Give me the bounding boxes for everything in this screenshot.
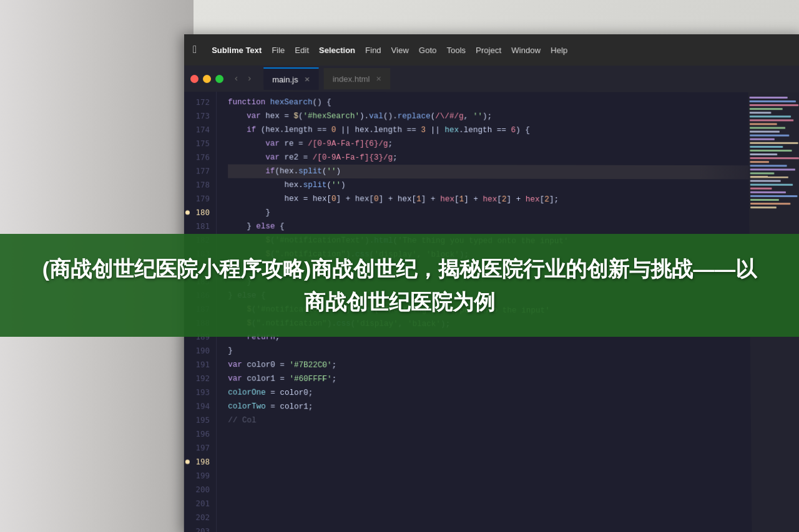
line-num-172: 172 [184, 95, 216, 109]
mm-line-29 [750, 203, 790, 205]
line-num-176: 176 [184, 150, 216, 164]
dot-198 [185, 460, 190, 464]
menu-item-view[interactable]: View [391, 46, 409, 55]
line-num-181: 181 [184, 220, 216, 233]
mm-line-11 [750, 135, 789, 137]
line-num-199: 199 [184, 469, 216, 483]
line-num-191: 191 [184, 358, 216, 372]
line-num-192: 192 [184, 372, 216, 386]
line-num-190: 190 [184, 344, 216, 357]
code-line-187: } else { [228, 220, 749, 235]
mm-line-8 [750, 123, 777, 125]
menu-item-tools[interactable]: Tools [446, 46, 466, 55]
menu-bar:  Sublime Text File Edit Selection Find … [184, 34, 799, 65]
title-text: (商战创世纪医院小程序攻略)商战创世纪，揭秘医院行业的创新与挑战——以商战创世纪… [34, 253, 765, 318]
line-num-174: 174 [184, 123, 216, 137]
tab-index-html-label: index.html [333, 74, 370, 84]
mm-line-16 [750, 153, 777, 155]
line-num-196: 196 [184, 427, 216, 442]
line-num-193: 193 [184, 385, 216, 400]
mm-line-21 [750, 172, 775, 174]
line-num-200: 200 [184, 483, 216, 497]
code-line-178: var re2 = /[0-9A-Fa-f]{3}/g; [228, 150, 748, 165]
mm-line-23 [750, 180, 781, 182]
line-num-177: 177 [184, 164, 216, 178]
mm-line-13 [750, 142, 798, 144]
traffic-lights [190, 75, 223, 83]
nav-back-icon[interactable]: ‹ [233, 74, 239, 84]
line-num-202: 202 [184, 510, 216, 525]
menu-item-find[interactable]: Find [365, 46, 381, 55]
apple-logo-icon:  [193, 44, 199, 56]
traffic-light-close[interactable] [190, 75, 199, 83]
mm-line-25 [750, 188, 772, 190]
tab-index-html-close-icon[interactable]: ✕ [376, 75, 382, 83]
mm-line-10 [750, 131, 780, 133]
code-line-186: } [228, 206, 749, 221]
code-line-203: // Col [228, 414, 751, 430]
mm-line-5 [750, 112, 772, 114]
mm-line-7 [750, 119, 793, 121]
menu-item-file[interactable]: File [272, 46, 285, 55]
traffic-light-minimize[interactable] [203, 75, 211, 83]
line-num-201: 201 [184, 496, 216, 511]
menu-item-edit[interactable]: Edit [295, 46, 309, 55]
mm-line-30 [750, 206, 777, 208]
mm-line-26 [750, 191, 786, 193]
tab-index-html[interactable]: index.html ✕ [324, 68, 391, 89]
code-line-180: if(hex.split('') [228, 165, 749, 180]
code-line-173: function hexSearch() { [228, 95, 748, 110]
line-num-180: 180 [184, 206, 216, 220]
menu-item-goto[interactable]: Goto [419, 46, 436, 55]
line-num-194: 194 [184, 399, 216, 414]
code-line-181: hex.split('') [228, 178, 749, 193]
mm-line-6 [750, 115, 791, 117]
traffic-light-fullscreen[interactable] [215, 75, 223, 83]
mm-line-12 [750, 138, 774, 140]
mm-line-9 [750, 127, 785, 128]
line-num-203: 203 [184, 525, 216, 532]
code-line-182: hex = hex[0] + hex[0] + hex[1] + hex[1] … [228, 192, 749, 207]
code-line-177: var re = /[0-9A-Fa-f]{6}/g; [228, 137, 748, 152]
line-num-178: 178 [184, 178, 216, 191]
line-num-197: 197 [184, 441, 216, 455]
menu-item-window[interactable]: Window [511, 46, 541, 55]
menu-item-app[interactable]: Sublime Text [212, 46, 262, 55]
mm-line-24 [750, 184, 793, 186]
menu-item-help[interactable]: Help [551, 46, 567, 55]
mm-line-28 [750, 199, 779, 201]
mm-line-1 [750, 97, 788, 99]
nav-forward-icon[interactable]: › [247, 74, 252, 84]
dot-180 [185, 210, 190, 215]
mm-line-14 [750, 146, 783, 148]
mm-line-4 [750, 108, 783, 110]
line-num-175: 175 [184, 137, 216, 150]
mm-line-19 [750, 165, 788, 167]
tab-main-js-close-icon[interactable]: ✕ [305, 75, 310, 84]
line-num-195: 195 [184, 413, 216, 427]
line-num-179: 179 [184, 192, 216, 206]
code-line-175: if (hex.length == 0 || hex.length == 3 |… [228, 123, 748, 137]
menu-item-selection[interactable]: Selection [319, 46, 355, 55]
title-banner: (商战创世纪医院小程序攻略)商战创世纪，揭秘医院行业的创新与挑战——以商战创世纪… [0, 234, 799, 337]
line-num-198: 198 [184, 455, 216, 469]
mm-line-17 [750, 157, 799, 159]
mm-line-20 [750, 168, 795, 170]
mm-line-15 [750, 150, 792, 152]
mm-line-27 [750, 195, 798, 197]
mm-line-22 [750, 176, 788, 178]
mm-line-2 [750, 100, 797, 102]
mm-line-3 [750, 104, 799, 106]
code-line-174: var hex = $('#hexSearch').val().replace(… [228, 109, 748, 123]
tab-main-js[interactable]: main.js ✕ [263, 67, 319, 90]
tab-main-js-label: main.js [272, 75, 298, 84]
tab-bar: ‹ › main.js ✕ index.html ✕ [184, 65, 799, 92]
page-wrapper:  Sublime Text File Edit Selection Find … [0, 0, 799, 532]
menu-item-project[interactable]: Project [476, 46, 501, 55]
line-num-173: 173 [184, 109, 216, 123]
mm-line-18 [750, 161, 769, 163]
